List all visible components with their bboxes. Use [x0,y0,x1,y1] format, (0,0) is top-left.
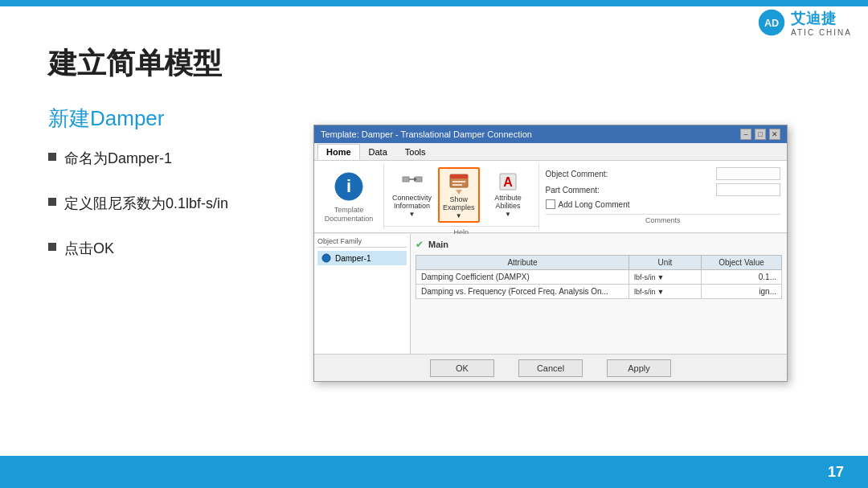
ribbon-group-help: ConnectivityInformation ▼ Sho [384,164,539,229]
part-comment-label: Part Comment: [546,186,600,195]
value-cell-1[interactable]: 0.1... [702,270,782,285]
attribute-abilities-label: Attribute Abilities [486,195,530,211]
add-long-comment-checkbox[interactable] [546,199,555,209]
dialog-close-btn[interactable]: ✕ [769,129,780,140]
attr-cell-1: Damping Coefficient (DAMPX) [416,270,629,285]
svg-text:i: i [346,176,351,196]
add-long-comment-label: Add Long Comment [559,200,630,209]
value-col-header: Object Value [702,256,782,270]
tree-item-damper1[interactable]: Damper-1 [317,251,407,265]
bullet-text-2: 定义阻尼系数为0.1lbf-s/in [64,194,228,213]
unit-cell-1: lbf-s/in ▼ [629,270,702,285]
svg-point-15 [322,254,330,262]
logo-brand: 艾迪捷 [791,9,837,28]
dialog-maximize-btn[interactable]: □ [755,129,766,140]
object-comment-input[interactable] [716,167,780,180]
ribbon-group-comments: Object Comment: Part Comment: Add Long C… [539,164,787,229]
connectivity-icon [399,169,425,195]
part-comment-input[interactable] [716,183,780,196]
attribute-svg: A [497,170,519,193]
ribbon-content: i Template Documentation [314,161,787,233]
unit-dropdown-arrow-1[interactable]: ▼ [657,273,665,281]
tree-item-label: Damper-1 [335,254,371,263]
info-icon: i [334,171,364,202]
ok-button[interactable]: OK [430,359,494,377]
svg-marker-12 [456,190,462,195]
attr-col-header: Attribute [416,256,629,270]
object-tree: Object Family Damper-1 [314,234,411,354]
bullet-item-1: 命名为Damper-1 [48,149,228,168]
connectivity-arrow: ▼ [409,211,416,218]
bullet-icon-2 [48,198,56,206]
bullet-text-1: 命名为Damper-1 [64,149,172,168]
attr-cell-2: Damping vs. Frequency (Forced Freq. Anal… [416,285,629,299]
help-tools-row: ConnectivityInformation ▼ Sho [384,164,538,226]
bullet-item-2: 定义阻尼系数为0.1lbf-s/in [48,194,228,213]
show-examples-icon [446,170,472,196]
comments-group-label: Comments [546,214,780,226]
bullet-text-3: 点击OK [64,239,114,258]
main-title: 建立简单模型 [48,44,222,84]
apply-button[interactable]: Apply [607,359,671,377]
main-tab-label: Main [428,240,448,249]
show-examples-label: ShowExamples [443,196,475,212]
object-comment-row: Object Comment: [546,167,780,180]
svg-text:AD: AD [764,18,779,29]
tab-tools[interactable]: Tools [396,144,435,160]
object-comment-label: Object Comment: [546,170,608,178]
attribute-abilities-icon: A [495,169,521,195]
ribbon-group-template-doc: i Template Documentation [314,164,384,229]
table-row-1: Damping Coefficient (DAMPX) lbf-s/in ▼ 0… [416,270,782,285]
bullet-icon-1 [48,153,56,161]
section-title: 新建Damper [48,105,164,133]
dialog-title-text: Template: Damper - Translational Damper … [321,129,532,139]
dialog-minimize-btn[interactable]: – [740,129,751,140]
svg-rect-9 [450,174,468,178]
tree-item-icon [321,252,332,264]
connectivity-info-button[interactable]: ConnectivityInformation ▼ [389,167,435,223]
connectivity-label: ConnectivityInformation [392,195,432,211]
show-examples-arrow: ▼ [456,212,462,219]
bullet-item-3: 点击OK [48,239,228,258]
attribute-table: Attribute Unit Object Value Damping Coef… [416,255,782,299]
top-accent-bar [0,0,868,6]
main-panel: ✔ Main Attribute Unit Object Value Dampi… [411,234,787,354]
dialog-controls: – □ ✕ [740,129,780,140]
unit-value-2: lbf-s/in [634,288,656,296]
table-row-2: Damping vs. Frequency (Forced Freq. Anal… [416,285,782,299]
logo-text: 艾迪捷 ATIC CHINA [791,9,852,37]
template-doc-button[interactable]: i [333,170,365,203]
main-tab-bar: ✔ Main [416,239,782,250]
value-cell-2[interactable]: ign... [702,285,782,299]
logo-sub: ATIC CHINA [791,28,852,37]
cancel-button[interactable]: Cancel [518,359,583,377]
show-examples-button[interactable]: ShowExamples ▼ [438,167,480,223]
add-long-comment-row: Add Long Comment [546,199,780,209]
comments-fields: Object Comment: Part Comment: Add Long C… [546,167,780,214]
unit-dropdown-arrow-2[interactable]: ▼ [657,288,665,296]
logo-icon: AD [757,8,786,37]
dialog-window: Template: Damper - Translational Damper … [313,125,788,382]
tab-home[interactable]: Home [317,144,360,160]
tree-header: Object Family [317,237,407,248]
main-checkmark: ✔ [416,239,424,250]
unit-value-1: lbf-s/in [634,273,656,281]
ribbon-tabs: Home Data Tools [314,143,787,161]
dialog-footer: OK Cancel Apply [314,354,787,381]
tab-data[interactable]: Data [360,144,396,160]
connectivity-svg [401,170,424,193]
svg-rect-4 [403,177,409,182]
attribute-abilities-button[interactable]: A Attribute Abilities ▼ [483,167,534,223]
attribute-abilities-arrow: ▼ [505,211,511,218]
part-comment-row: Part Comment: [546,183,780,196]
unit-col-header: Unit [629,256,702,270]
logo-area: AD 艾迪捷 ATIC CHINA [757,8,852,37]
page-number: 17 [828,464,844,481]
unit-cell-2: lbf-s/in ▼ [629,285,702,299]
template-doc-label: Template Documentation [321,206,377,223]
bullet-icon-3 [48,243,56,251]
bottom-bar: 17 [0,456,868,488]
svg-text:A: A [503,175,513,189]
show-examples-svg [448,172,470,195]
dialog-titlebar: Template: Damper - Translational Damper … [314,125,787,143]
